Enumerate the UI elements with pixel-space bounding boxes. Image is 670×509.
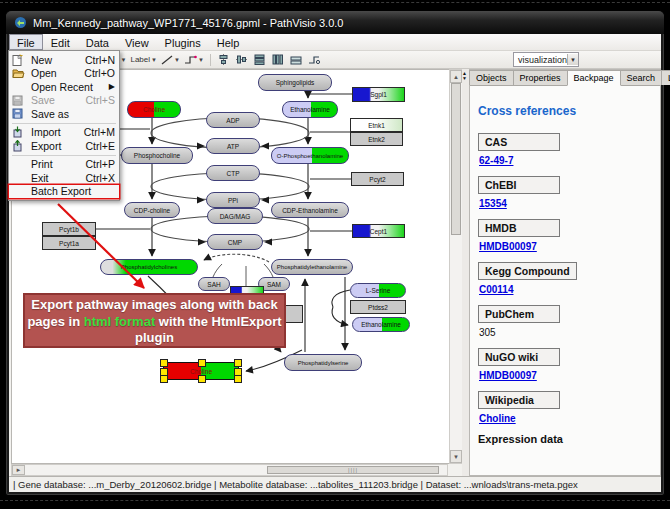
scroll-down-icon[interactable]: ▼ [450,450,462,463]
node-label: Choline [190,368,212,375]
align-center-y-button[interactable] [235,53,249,67]
xref-link[interactable]: 62-49-7 [479,155,652,166]
file-menu-item-shortcut: Ctrl+M [84,126,115,138]
connector-button[interactable]: ▼ [184,53,204,67]
label-button[interactable]: Label ▼ [130,53,157,67]
menubar-item-edit[interactable]: Edit [43,34,78,50]
node-choline[interactable]: Choline [163,362,239,380]
menubar-item-file[interactable]: File [9,34,43,50]
xref-link[interactable]: C00114 [479,284,652,295]
xref-link[interactable]: 15354 [479,198,652,209]
blank-icon [12,158,27,170]
node-etnk2[interactable]: Etnk2 [350,132,403,146]
selection-handle[interactable] [198,359,206,367]
file-menu-item-exit[interactable]: ExitCtrl+X [9,171,119,185]
canvas-horizontal-scrollbar[interactable]: ◄ |||| ► [11,464,448,476]
node-choline[interactable]: Choline [127,101,181,118]
tab-objects[interactable]: Objects [469,70,514,85]
common-height-icon [308,55,320,65]
xref-database-name: Kegg Compound [478,262,577,280]
tab-search[interactable]: Search [620,70,663,85]
file-menu-item-label: New [31,54,77,66]
xref-section-cas: CAS62-49-7 [478,132,652,166]
file-menu-item-save[interactable]: SaveCtrl+S [9,94,119,108]
title-bar[interactable]: Mm_Kennedy_pathway_WP1771_45176.gpml - P… [6,11,664,34]
chevron-down-icon[interactable]: ▼ [567,54,578,65]
node-ethanolamine[interactable]: Ethanolamine [352,317,410,332]
menubar-item-help[interactable]: Help [209,34,248,50]
node-label: Choline [143,106,165,113]
import-icon [12,126,27,138]
xref-link[interactable]: HMDB00097 [479,241,652,252]
file-menu-item-batch-export[interactable]: Batch Export [9,185,119,199]
splitter-collapse-icon[interactable]: ▲▼ [462,71,467,81]
node-sphingolipids[interactable]: Sphingolipids [258,74,332,91]
align-center-x-button[interactable] [217,53,231,67]
node-label: Ptdss2 [368,304,388,311]
node-phosphocholine[interactable]: Phosphocholine [121,147,193,164]
node-pcyt2[interactable]: Pcyt2 [351,172,404,186]
node-ptdss2[interactable]: Ptdss2 [350,300,406,314]
file-menu-item-import[interactable]: ImportCtrl+M [9,126,119,140]
tab-legend[interactable]: Legend [661,70,670,85]
node-l-serine[interactable]: L-Serine [350,283,406,298]
node-adp[interactable]: ADP [206,112,260,128]
distribute-vertical-button[interactable] [271,53,285,67]
file-menu-item-print[interactable]: PrintCtrl+P [9,158,119,172]
file-menu-item-open-recent[interactable]: Open Recent▶ [9,80,119,94]
selection-handle[interactable] [234,375,242,383]
file-menu-item-save-as[interactable]: Save as [9,107,119,121]
node-ctp[interactable]: CTP [206,165,260,181]
file-menu-item-label: Open [31,67,76,79]
node-etnk1[interactable]: Etnk1 [350,118,403,132]
vertical-scroll-thumb[interactable] [451,83,461,235]
node-phosphatidylcholines[interactable]: Phosphatidylcholines [100,259,198,275]
file-menu-item-export[interactable]: ExportCtrl+E [9,139,119,153]
menubar-item-plugins[interactable]: Plugins [157,34,209,50]
node-cept1[interactable]: Cept1 [352,224,405,238]
node-cmp[interactable]: CMP [207,234,263,250]
xref-link[interactable]: Choline [479,413,652,424]
file-menu-item-open[interactable]: OpenCtrl+O [9,67,119,81]
selection-handle[interactable] [160,359,168,367]
save-icon [12,94,27,106]
node-label: Sgpl1 [370,91,387,98]
node-phosphatidylethanolamine[interactable]: Phosphatidylethanolamine [271,259,353,275]
node-cdp-ethanolamine[interactable]: CDP-Ethanolamine [271,202,349,218]
side-panel: ObjectsPropertiesBackpageSearchLegend Cr… [469,69,661,476]
xref-link[interactable]: HMDB00097 [479,370,652,381]
node-ethanolamine[interactable]: Ethanolamine [282,101,338,118]
common-width-button[interactable] [289,53,303,67]
node-pcyt1b[interactable]: Pcyt1b [42,222,96,236]
node-atp[interactable]: ATP [206,138,260,154]
node-label: Etnk2 [368,136,385,143]
tab-backpage[interactable]: Backpage [567,70,621,86]
distribute-horizontal-button[interactable] [253,53,267,67]
selection-handle[interactable] [160,375,168,383]
blank-icon [12,81,27,93]
menubar-item-view[interactable]: View [117,34,157,50]
horizontal-scroll-thumb[interactable]: |||| [267,466,439,474]
node-dag-mag[interactable]: DAG/MAG [207,208,263,224]
file-menu-item-new[interactable]: NewCtrl+N [9,53,119,67]
selection-handle[interactable] [234,359,242,367]
node-cdp-choline[interactable]: CDP-choline [124,202,180,218]
node-sah[interactable]: SAH [198,277,230,291]
node-phosphatidylserine[interactable]: Phosphatidylserine [284,354,362,371]
line-button[interactable]: ▼ [161,53,180,67]
node-pcyt1a[interactable]: Pcyt1a [42,236,96,250]
scroll-right-icon[interactable]: ► [12,465,25,475]
common-height-button[interactable] [307,53,321,67]
panel-splitter[interactable]: ▲▼ [462,69,469,476]
scroll-up-icon[interactable]: ▲ [450,70,462,83]
tab-properties[interactable]: Properties [513,70,568,85]
node-sgpl1[interactable]: Sgpl1 [352,87,405,102]
node-o-phosphoethanolamine[interactable]: O-Phosphoethanolamine [271,147,349,164]
selection-handle[interactable] [198,375,206,383]
expression-data-heading: Expression data [478,433,652,445]
menubar-item-data[interactable]: Data [78,34,117,50]
node-ppi[interactable]: PPi [206,192,260,208]
xref-section-wikipedia: WikipediaCholine [478,390,652,424]
canvas-vertical-scrollbar[interactable]: ▲ ▼ [449,69,463,464]
visualization-combobox[interactable]: visualization ▼ [513,52,579,67]
